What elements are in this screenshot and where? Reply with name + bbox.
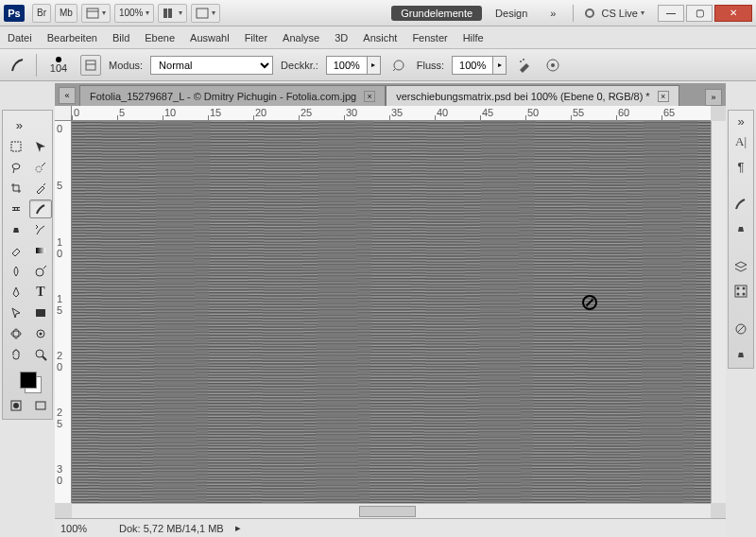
gradient-tool[interactable] (29, 241, 52, 260)
pen-tool[interactable] (5, 283, 27, 302)
dodge-tool[interactable] (29, 262, 52, 281)
menu-analyse[interactable]: Analyse (283, 32, 319, 43)
tool-preset-picker[interactable] (8, 55, 28, 76)
close-tab-0[interactable]: × (364, 91, 375, 102)
view-extras-dropdown[interactable] (81, 4, 111, 23)
svg-point-35 (743, 293, 746, 296)
3d-rotate-tool[interactable] (5, 324, 27, 343)
flow-dropdown[interactable]: ▸ (493, 56, 507, 75)
clone-source-panel-icon[interactable] (730, 218, 751, 239)
image-content (72, 121, 711, 503)
rectangle-tool[interactable] (29, 303, 52, 322)
window-maximize[interactable]: ▢ (686, 5, 713, 22)
crop-tool[interactable] (5, 179, 27, 198)
status-menu-arrow[interactable]: ▸ (235, 522, 241, 534)
opacity-pressure-toggle[interactable] (388, 55, 409, 76)
flow-label: Fluss: (417, 60, 444, 71)
opacity-input[interactable]: 100% (326, 56, 368, 75)
paragraph-panel-icon[interactable]: ¶ (730, 156, 751, 177)
ruler-vertical[interactable]: 051 01 52 02 53 0 (55, 121, 72, 503)
blend-mode-select[interactable]: Normal (150, 56, 273, 75)
window-minimize[interactable]: — (658, 5, 684, 22)
zoom-level-dropdown[interactable]: 100% (114, 4, 155, 23)
ruler-origin[interactable] (55, 106, 72, 121)
brush-panel-toggle[interactable] (80, 55, 101, 76)
eraser-tool[interactable] (5, 241, 27, 260)
path-selection-tool[interactable] (5, 303, 27, 322)
tab-nav-next[interactable]: » (705, 89, 722, 106)
styles-panel-icon[interactable] (730, 319, 751, 339)
svg-point-29 (13, 403, 19, 408)
panel-dock: » A| ¶ (728, 110, 754, 369)
flow-input[interactable]: 100% (452, 56, 493, 75)
menu-hilfe[interactable]: Hilfe (463, 32, 484, 43)
collapse-tools[interactable]: » (5, 114, 27, 135)
color-swatches[interactable] (5, 366, 52, 394)
window-close[interactable]: ✕ (714, 5, 752, 22)
character-panel-icon[interactable]: A| (730, 131, 751, 152)
clone-stamp-tool[interactable] (5, 220, 27, 239)
eyedropper-tool[interactable] (29, 179, 52, 198)
no-drop-cursor-icon (582, 295, 597, 310)
zoom-tool[interactable] (29, 345, 52, 364)
menu-ebene[interactable]: Ebene (145, 32, 175, 43)
type-tool[interactable]: T (29, 283, 52, 302)
canvas[interactable] (72, 121, 711, 503)
hand-tool[interactable] (5, 345, 27, 364)
channels-panel-icon[interactable] (730, 281, 751, 302)
airbrush-toggle[interactable] (514, 55, 535, 76)
document-tab-0[interactable]: Fotolia_15279687_L - © Dmitry Pichugin -… (79, 85, 386, 106)
minibridge-button[interactable]: Mb (55, 4, 77, 23)
cslive-button[interactable]: CS Live (581, 4, 648, 23)
brush-preview[interactable]: 104 (44, 57, 73, 74)
quick-mask-toggle[interactable] (5, 396, 27, 415)
tab-nav-prev[interactable]: « (59, 87, 76, 104)
quick-selection-tool[interactable] (29, 158, 52, 177)
move-tool[interactable] (29, 137, 52, 156)
menu-datei[interactable]: Datei (8, 32, 32, 43)
brush-panel-icon[interactable] (730, 194, 751, 215)
document-tab-1[interactable]: verschiebungsmatrix.psd bei 100% (Ebene … (386, 85, 679, 106)
svg-rect-4 (197, 9, 208, 18)
opacity-dropdown[interactable]: ▸ (368, 56, 381, 75)
svg-rect-18 (36, 248, 45, 253)
lasso-tool[interactable] (5, 158, 27, 177)
bridge-button[interactable]: Br (32, 4, 51, 23)
arrange-documents-dropdown[interactable] (158, 4, 187, 23)
menu-bearbeiten[interactable]: Bearbeiten (47, 32, 97, 43)
3d-camera-tool[interactable] (29, 324, 52, 343)
tablet-pressure-toggle[interactable] (542, 55, 563, 76)
horizontal-scrollbar[interactable] (72, 503, 711, 518)
workspace-more[interactable]: » (541, 6, 565, 21)
foreground-color[interactable] (20, 372, 37, 389)
layers-panel-icon[interactable] (730, 256, 751, 277)
history-brush-tool[interactable] (29, 220, 52, 239)
menu-fenster[interactable]: Fenster (412, 32, 447, 43)
spot-healing-tool[interactable] (5, 199, 27, 218)
tools-panel: » T (2, 110, 53, 420)
svg-line-27 (43, 356, 46, 360)
status-doc-info[interactable]: Dok: 5,72 MB/14,1 MB (119, 523, 224, 534)
adjustments-panel-icon[interactable] (730, 343, 751, 364)
menu-bild[interactable]: Bild (112, 32, 129, 43)
menu-3d[interactable]: 3D (335, 32, 348, 43)
workspace-grundelemente[interactable]: Grundelemente (391, 6, 482, 21)
vertical-scrollbar[interactable] (711, 121, 726, 503)
close-tab-1[interactable]: × (658, 91, 669, 102)
svg-point-9 (523, 59, 524, 61)
blur-tool[interactable] (5, 262, 27, 281)
scrollbar-thumb[interactable] (359, 506, 416, 517)
menu-filter[interactable]: Filter (245, 32, 267, 43)
collapse-dock[interactable]: » (730, 114, 751, 128)
svg-point-13 (36, 166, 42, 172)
marquee-tool[interactable] (5, 137, 27, 156)
ruler-horizontal[interactable]: 05101520253035404550556065 (72, 106, 711, 121)
svg-rect-31 (735, 286, 747, 297)
screen-mode-toggle[interactable] (29, 396, 52, 415)
menu-auswahl[interactable]: Auswahl (190, 32, 230, 43)
menu-ansicht[interactable]: Ansicht (363, 32, 397, 43)
screen-mode-dropdown[interactable] (191, 4, 220, 23)
brush-tool[interactable] (29, 199, 52, 218)
status-zoom[interactable]: 100% (60, 523, 108, 534)
workspace-design[interactable]: Design (486, 6, 537, 21)
